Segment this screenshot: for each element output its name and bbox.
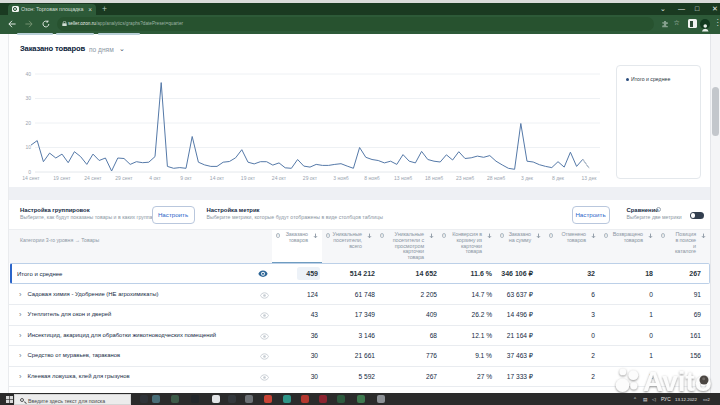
svg-text:8 дек: 8 дек [552, 175, 565, 181]
svg-text:13 дек: 13 дек [582, 175, 598, 181]
svg-text:14 окт: 14 окт [210, 175, 225, 181]
svg-text:40: 40 [25, 71, 31, 77]
svg-text:24 сент: 24 сент [84, 175, 102, 181]
svg-text:3 нояб: 3 нояб [333, 175, 348, 181]
svg-text:19 окт: 19 окт [241, 175, 256, 181]
svg-text:14 сент: 14 сент [22, 175, 40, 181]
svg-text:28 нояб: 28 нояб [487, 175, 505, 181]
svg-text:0: 0 [28, 169, 31, 175]
svg-text:13 нояб: 13 нояб [394, 175, 412, 181]
svg-text:29 сент: 29 сент [115, 175, 133, 181]
svg-text:19 сент: 19 сент [53, 175, 71, 181]
svg-text:30: 30 [25, 95, 31, 101]
svg-text:8 нояб: 8 нояб [364, 175, 379, 181]
svg-text:3 дек: 3 дек [521, 175, 534, 181]
svg-text:9 окт: 9 окт [180, 175, 192, 181]
svg-text:20: 20 [25, 120, 31, 126]
svg-text:24 окт: 24 окт [272, 175, 287, 181]
svg-text:4 окт: 4 окт [149, 175, 161, 181]
svg-text:18 нояб: 18 нояб [425, 175, 443, 181]
svg-text:23 нояб: 23 нояб [456, 175, 474, 181]
svg-text:10: 10 [25, 144, 31, 150]
svg-text:29 окт: 29 окт [303, 175, 318, 181]
